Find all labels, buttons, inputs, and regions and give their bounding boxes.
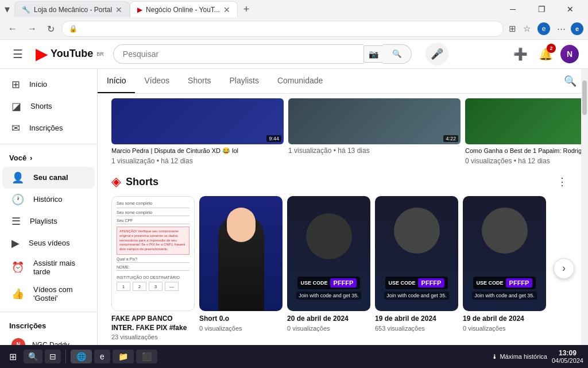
short-views-1: 23 visualizações	[111, 334, 195, 340]
sidebar-label-assistirmaistarle: Assistir mais tarde	[33, 259, 86, 276]
maximize-button[interactable]: ❐	[528, 0, 555, 18]
notification-badge: 2	[547, 44, 556, 53]
youtube-logo-icon: ▶	[36, 44, 48, 63]
scrollbar-thumb[interactable]	[582, 80, 587, 115]
browser-tab-mechanics[interactable]: 🔧 Loja do Mecânico - Portal ✕	[14, 1, 130, 17]
taskbar-browser-button[interactable]: 🌐	[71, 350, 92, 363]
taskbar-edge-button[interactable]: e	[94, 350, 110, 363]
close-button[interactable]: ✕	[557, 0, 583, 18]
minimize-button[interactable]: ─	[500, 0, 526, 18]
prev-video-card-1[interactable]: 9:44 Marcio Pedra | Disputa de Cinturão …	[111, 98, 284, 165]
use-code-badge-4: USE CODE PFFFP	[385, 277, 448, 289]
sidebar-label-inicio: Início	[29, 80, 47, 89]
sidebar-label-shorts: Shorts	[30, 102, 52, 110]
favorites-button[interactable]: ☆	[521, 22, 532, 36]
address-bar[interactable]: 🔒 https://www.youtube.com/channel/UCVBsd…	[61, 21, 504, 37]
sidebar-item-seusvideos[interactable]: ▶ Seus vídeos	[2, 232, 95, 254]
code-value-4: PFFFP	[418, 278, 445, 288]
refresh-button[interactable]: ↻	[44, 21, 58, 37]
subscriptions-icon: ✉	[11, 122, 20, 135]
back-button[interactable]: ←	[5, 21, 21, 36]
sidebar-label-historico: Histórico	[33, 195, 63, 204]
shorts-section-icon: ◈	[111, 174, 121, 189]
tab-icon-mechanics: 🔧	[22, 6, 30, 14]
prev-video-card-2[interactable]: 4:22 1 visualização • há 13 dias	[288, 98, 461, 165]
search-taskbar-button[interactable]: 🔍	[24, 350, 42, 363]
watch-later-icon: ⏰	[11, 261, 24, 274]
browser-title-bar: ▾ 🔧 Loja do Mecânico - Portal ✕ ▶ Negóci…	[0, 0, 588, 18]
browser-tab-youtube[interactable]: ▶ Negócio Online - YouT... ✕	[130, 1, 238, 17]
sidebar-item-videosgostei[interactable]: 👍 Vídeos com 'Gostei'	[2, 281, 95, 307]
short-title-4: 19 de abril de 2024	[375, 315, 458, 324]
scrollbar-area	[581, 69, 588, 348]
profile-button[interactable]: e	[536, 21, 552, 37]
create-button[interactable]: ➕	[510, 44, 531, 64]
short-card-4[interactable]: USE CODE PFFFP Join with code and get 35…	[375, 196, 458, 340]
header-right: ➕ 🔔 2 N	[510, 44, 579, 64]
forward-button[interactable]: →	[24, 21, 40, 36]
youtube-logo-country: BR	[96, 51, 104, 57]
join-text-5: Join with code and get 35.	[472, 292, 537, 300]
youtube-body: ⊞ Início ◪ Shorts ✉ Inscrições Você › 👤 …	[0, 69, 588, 348]
tab-icon-youtube: ▶	[137, 6, 142, 14]
tab-label-youtube: Negócio Online - YouT...	[146, 6, 220, 14]
sidebar-voce-chevron: ›	[30, 154, 32, 162]
sidebar-item-shorts[interactable]: ◪ Shorts	[2, 95, 95, 117]
short-card-3[interactable]: USE CODE PFFFP Join with code and get 35…	[287, 196, 370, 340]
menu-button[interactable]: ⋯	[555, 22, 567, 36]
shorts-scroll-right-button[interactable]: ›	[554, 258, 574, 279]
sidebar-label-videosgostei: Vídeos com 'Gostei'	[33, 285, 86, 302]
short-thumb-5: USE CODE PFFFP Join with code and get 35…	[463, 196, 546, 311]
tab-close-youtube[interactable]: ✕	[223, 5, 230, 14]
taskbar-time: 13:09	[559, 349, 577, 357]
start-button[interactable]: ⊞	[5, 349, 21, 365]
voice-search-button[interactable]: 🎤	[425, 43, 448, 66]
taskbar-terminal-button[interactable]: ⬛	[136, 350, 157, 363]
videos-icon: ▶	[11, 237, 20, 250]
microphone-icon: 🎤	[431, 48, 443, 60]
sidebar-item-assistirmaistarle[interactable]: ⏰ Assistir mais tarde	[2, 254, 95, 281]
short-title-3: 20 de abril de 2024	[287, 315, 370, 324]
prev-video-info-2: 1 visualização • há 13 dias	[288, 147, 461, 155]
short-card-1[interactable]: Seu nome completo Seu nome completo Seu …	[111, 196, 195, 340]
sidebar-item-inicio[interactable]: ⊞ Início	[2, 74, 95, 95]
short-title-1: FAKE APP BANCO INTER. FAKE PIX #fake	[111, 315, 195, 332]
tab-close-mechanics[interactable]: ✕	[115, 5, 122, 14]
prev-video-title-1: Marcio Pedra | Disputa de Cinturão XD 😂 …	[111, 147, 284, 155]
sidebar-item-inscricoes[interactable]: ✉ Inscrições	[2, 117, 95, 139]
prev-video-info-1: 1 visualização • há 12 dias	[111, 157, 284, 165]
taskbar-folder-button[interactable]: 📁	[113, 350, 134, 363]
channel-tab-inicio[interactable]: Início	[98, 69, 135, 93]
extensions-button[interactable]: ⊞	[507, 22, 518, 36]
short-card-2[interactable]: Short 0.o 0 visualizações	[199, 196, 283, 340]
channel-tab-shorts[interactable]: Shorts	[179, 69, 220, 93]
search-input[interactable]	[113, 44, 363, 64]
taskview-button[interactable]: ⊟	[45, 350, 61, 363]
new-tab-button[interactable]: +	[240, 1, 253, 18]
sidebar-item-playlists[interactable]: ☰ Playlists	[2, 210, 95, 232]
short-title-5: 19 de abril de 2024	[463, 315, 546, 324]
channel-tab-playlists[interactable]: Playlists	[220, 69, 268, 93]
url-input[interactable]: https://www.youtube.com/channel/UCVBsd5o…	[81, 25, 496, 33]
short-card-5[interactable]: USE CODE PFFFP Join with code and get 35…	[463, 196, 546, 340]
search-button[interactable]: 🔍	[383, 44, 412, 64]
user-avatar[interactable]: N	[560, 45, 579, 63]
window-controls: ─ ❐ ✕	[500, 0, 583, 18]
sidebar-item-seucnal[interactable]: 👤 Seu canal	[2, 167, 95, 189]
shorts-more-button[interactable]: ⋮	[557, 175, 567, 188]
prev-video-card-3[interactable]: 7:12 Como Ganha o Best de 1 Papaim: Rodr…	[465, 98, 581, 165]
channel-search-icon: 🔍	[564, 75, 577, 87]
youtube-logo: ▶ YouTube BR	[36, 44, 104, 63]
youtube-app: ☰ ▶ YouTube BR 📷 🔍 🎤 ➕ 🔔 2 N	[0, 40, 588, 348]
hamburger-menu-button[interactable]: ☰	[9, 45, 26, 63]
use-code-badge-3: USE CODE PFFFP	[297, 277, 361, 289]
playlist-icon: ☰	[11, 215, 21, 228]
youtube-header: ☰ ▶ YouTube BR 📷 🔍 🎤 ➕ 🔔 2 N	[0, 40, 588, 69]
channel-search-button[interactable]: 🔍	[559, 70, 581, 92]
channel-tab-videos[interactable]: Vídeos	[135, 69, 179, 93]
use-code-badge-5: USE CODE PFFFP	[473, 277, 536, 289]
sidebar-item-historico[interactable]: 🕐 Histórico	[2, 189, 95, 210]
prev-video-title-3: Como Ganha o Best de 1 Papaim: Rodrigue …	[465, 147, 581, 155]
notifications-button[interactable]: 🔔 2	[535, 44, 556, 64]
channel-tab-comunidade[interactable]: Comunidade	[268, 69, 332, 93]
